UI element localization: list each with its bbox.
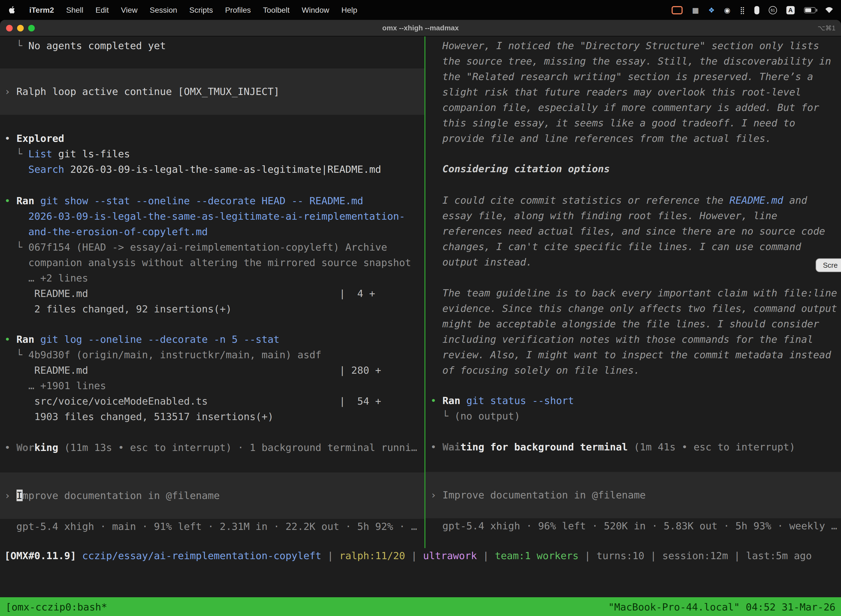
text-segment: essay file, along with finding root file… [431,210,777,221]
text-segment: king [34,441,58,453]
terminal-line: of focusing solely on file lines. [425,363,841,378]
text-segment: › [431,489,442,501]
text-segment: README.md [730,194,783,206]
screen-sharing-button[interactable]: Scre [816,258,841,272]
text-segment: of focusing solely on file lines. [431,364,640,376]
input-source-icon[interactable]: A [786,4,795,15]
pill-icon[interactable] [755,4,759,15]
text-segment: README.md | 4 + [4,287,375,299]
text-segment: this single essay, it seems like a good … [431,117,795,129]
menu-edit[interactable]: Edit [89,6,115,14]
menu-session[interactable]: Session [144,6,183,14]
text-segment: 2026-03-09-is-legal-the-same-as-legitima… [64,163,381,175]
tmux-panes: └ No agents completed yet› Ralph loop ac… [0,37,841,548]
text-segment: Wai [442,441,460,453]
terminal-gap [425,455,841,472]
omx-status-line: [OMX#0.11.9] cczip/essay/ai-reimplementa… [0,548,841,563]
zoom-button[interactable] [28,25,35,31]
text-segment: However, I noticed the "Directory Struct… [431,40,819,51]
dots-grid-icon[interactable]: ⣿ [740,4,745,15]
text-segment: [OMX#0.11.9] [4,550,76,561]
text-segment: git status --short [460,395,574,406]
menu-iterm2[interactable]: iTerm2 [23,6,60,14]
terminal-gap [0,317,424,332]
window-title: omx --xhigh --madmax [0,24,841,32]
prompt-input[interactable]: › Improve documentation in @filename [425,472,841,518]
text-segment: Ran [442,395,460,406]
text-segment: changes, I can't cite specific file line… [431,241,801,252]
table-grid-icon[interactable]: ▦ [692,4,699,15]
ralph-loop-banner[interactable]: › Ralph loop active continue [OMX_TMUX_I… [0,69,424,115]
menu-window[interactable]: Window [296,6,336,14]
menu-profiles[interactable]: Profiles [219,6,257,14]
text-segment: List [28,148,53,160]
terminal-gap [0,177,424,193]
text-segment: • [4,195,16,207]
terminal-line: I could cite commit statistics or refere… [425,193,841,208]
menu-scripts[interactable]: Scripts [183,6,219,14]
text-segment: README.md | 280 + [4,364,381,376]
terminal-gap [425,270,841,285]
window-shortcut-hint: ⌥⌘1 [818,24,835,32]
prompt-input[interactable]: › Improve documentation in @filename [0,472,424,519]
text-segment: 2 files changed, 92 insertions(+) [4,303,232,315]
text-segment: ultrawork [423,550,477,561]
terminal-line: 1903 files changed, 513517 insertions(+) [0,409,424,424]
pane-left[interactable]: └ No agents completed yet› Ralph loop ac… [0,37,424,548]
terminal-line: companion file, especially if more comme… [425,100,841,115]
text-segment: I [16,490,22,501]
terminal-line: └ List git ls-files [0,146,424,162]
terminal-line: gpt-5.4 xhigh · main · 91% left · 2.31M … [0,519,424,534]
text-segment: └ [4,349,28,361]
text-segment: turns:10 [596,550,644,561]
text-segment: … +1901 lines [4,380,106,392]
text-segment: The team guideline is to back every impo… [431,287,837,299]
text-segment: 4b9d30f (origin/main, instructkr/main, m… [28,349,321,361]
close-button[interactable] [6,25,13,31]
text-segment: | [321,550,339,561]
wifi-icon[interactable] [825,4,833,15]
terminal-line: README.md | 4 + [0,286,424,301]
pane-right[interactable]: However, I noticed the "Directory Struct… [425,37,841,548]
text-segment: review. Also, I might want to inspect th… [431,349,831,361]
terminal-line: the "Related research writing" section i… [425,69,841,84]
blue-app-icon[interactable]: ❖ [708,4,715,15]
terminal-line: • Waiting for background terminal (1m 41… [425,439,841,455]
dark-app-icon[interactable]: ◉ [724,4,730,15]
text-segment: and-the-erosion-of-copyleft.md [4,226,208,238]
text-segment: output instead. [431,256,532,268]
menu-shell[interactable]: Shell [60,6,89,14]
terminal-line: 2026-03-09-is-legal-the-same-as-legitima… [0,209,424,224]
menu-view[interactable]: View [115,6,144,14]
menu-help[interactable]: Help [335,6,363,14]
text-segment: • [4,441,16,453]
terminal-line: … +2 lines [0,270,424,286]
text-segment: git ls-files [52,148,130,160]
text-segment: | [644,550,662,561]
terminal-line: src/voice/voiceModeEnabled.ts | 54 + [0,393,424,409]
text-segment: companion file, especially if more comme… [431,101,819,113]
menu-toolbelt[interactable]: Toolbelt [257,6,296,14]
text-segment: └ [4,241,28,253]
text-segment: • [4,132,16,144]
apple-menu-icon[interactable] [9,6,23,14]
text-segment: Explored [16,132,64,144]
text-segment: mprove documentation in @filename [22,490,220,501]
text-segment: Search [28,163,64,175]
title-bar[interactable]: omx --xhigh --madmax ⌥⌘1 [0,20,841,37]
text-segment: Ran [16,195,34,207]
text-segment: › [4,490,16,501]
gauge-icon[interactable]: 61 [769,4,777,15]
terminal-line: … +1901 lines [0,378,424,393]
text-segment: • [431,441,442,453]
tmux-session-label: [omx-cczip0:bash* [6,601,107,612]
screen-recording-indicator-icon[interactable] [672,4,683,15]
menu-bar: iTerm2 Shell Edit View Session Scripts P… [0,0,841,20]
text-segment: › [4,85,16,97]
terminal-gap [0,115,424,131]
terminal-gap [0,455,424,472]
terminal-line: essay file, along with finding root file… [425,208,841,224]
battery-icon[interactable] [804,4,816,15]
text-segment: the source tree, missing the essay. Stil… [431,55,831,67]
minimize-button[interactable] [17,25,24,31]
